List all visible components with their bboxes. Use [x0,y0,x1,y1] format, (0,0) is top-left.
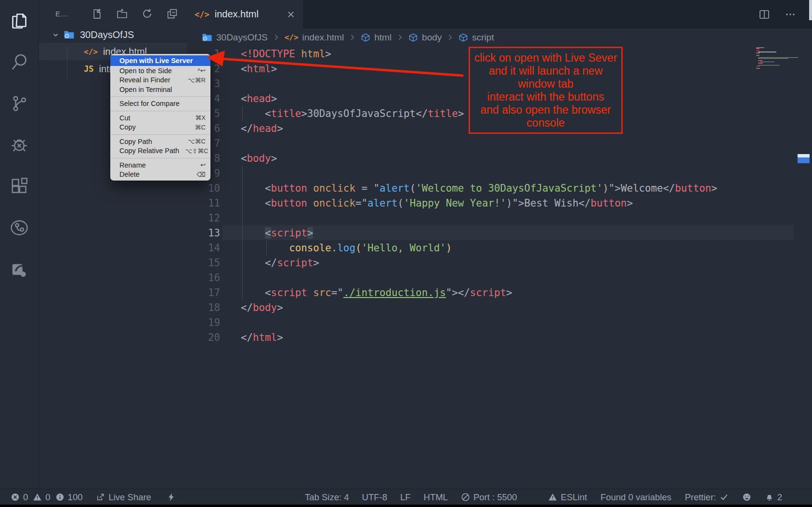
code-text: <html> [241,63,277,75]
menu-item-copy-path[interactable]: Copy Path ⌥⌘C [110,137,210,146]
status-prettier[interactable]: Prettier: [685,492,729,503]
symbol-cube-icon [458,33,468,42]
editor-actions [758,0,797,28]
menu-item-select-for-compare[interactable]: Select for Compare [110,99,210,109]
status-feedback[interactable] [742,493,751,502]
menu-item-open-with-live-server[interactable]: Open with Live Server [110,55,210,66]
status-problems-info[interactable]: 100 [55,492,83,503]
breadcrumb-index-html[interactable]: </>index.html [285,32,344,43]
menu-item-delete[interactable]: Delete ⌫ [110,170,210,180]
warning-icon [548,493,557,502]
breadcrumb-script[interactable]: script [458,32,494,43]
breadcrumb-label: index.html [302,32,344,43]
activity-run-debug[interactable] [0,124,39,166]
menu-item-label: Select for Compare [119,100,180,107]
breadcrumb-30daysofjs[interactable]: 30DaysOfJS [201,32,268,43]
refresh-button[interactable] [141,8,153,20]
menu-item-label: Copy Relative Path [119,147,179,155]
breadcrumb-html[interactable]: html [361,32,392,43]
activity-search[interactable] [0,41,39,83]
annotation-box: click on open with Live Severand it will… [469,47,623,134]
activity-share[interactable] [0,248,39,290]
breadcrumb-label: script [472,32,494,43]
menu-item-label: Rename [119,161,146,169]
collapse-icon [166,8,178,20]
menu-item-label: Open with Live Server [119,57,193,65]
code-text: <title>30DaysOfJavaScript</title> [241,108,464,119]
status-warnings[interactable]: 0 [33,492,50,503]
status-tab-size[interactable]: Tab Size: 4 [305,492,349,503]
symbol-cube-icon [408,33,418,42]
code-text: </body> [241,302,283,313]
status-eol[interactable]: LF [400,492,411,503]
code-line: 17 <script src="./introduction.js"></scr… [187,285,812,300]
minimap[interactable] [756,47,802,69]
status-language-mode[interactable]: HTML [424,492,448,503]
new-folder-button[interactable] [116,8,128,20]
new-file-button[interactable] [91,8,103,20]
annotation-text: window tab [470,78,621,91]
slash-circle-icon [461,493,470,502]
activity-source-control[interactable] [0,83,39,124]
code-line: 11 <button onclick="alert('Happy New Yea… [187,195,812,210]
code-line: 7 [187,136,812,151]
menu-item-shortcut: ⌘X [195,114,206,121]
code-line: 13 <script> [187,225,812,240]
status-port[interactable]: Port : 5500 [461,492,517,503]
status-label: Port : 5500 [473,492,517,503]
more-actions-icon[interactable] [784,8,797,21]
menu-item-open-in-terminal[interactable]: Open in Terminal [110,85,210,94]
export-sm-icon [96,493,105,502]
breadcrumb-body[interactable]: body [408,32,442,43]
annotation-text: click on open with Live Sever [470,52,621,65]
extensions-icon [9,176,29,196]
status-quick-action[interactable] [167,493,176,502]
code-text: <!DOCTYPE html> [241,48,331,60]
status-variables[interactable]: Found 0 variables [601,492,671,503]
menu-item-copy[interactable]: Copy ⌘C [110,123,210,132]
activity-live-share[interactable] [0,207,39,248]
activity-extensions[interactable] [0,166,39,207]
line-number: 12 [187,212,220,224]
menu-item-rename[interactable]: Rename ↩ [110,160,210,170]
menu-item-reveal-in-finder[interactable]: Reveal in Finder ⌥⌘R [110,76,210,85]
status-encoding[interactable]: UTF-8 [362,492,387,503]
menu-item-open-to-the-side[interactable]: Open to the Side ^↩ [110,66,210,76]
minimap-line [758,60,762,61]
collapse-all-button[interactable] [166,8,178,20]
status-eslint[interactable]: ESLint [548,492,587,503]
menu-item-copy-relative-path[interactable]: Copy Relative Path ⌥⇧⌘C [110,146,210,156]
overview-ruler-marker [798,157,810,163]
minimap-line [756,52,760,53]
tab-index-html[interactable]: </> index.html [187,0,303,28]
minimap-line [756,48,760,49]
status-live-share[interactable]: Live Share [96,492,151,503]
menu-item-label: Open in Terminal [119,86,172,93]
explorer-header: E… [39,0,187,20]
error-icon [11,493,20,502]
menu-item-shortcut: ⌥⇧⌘C [185,147,208,155]
new-file-icon [91,8,103,20]
status-label: Found 0 variables [601,492,671,503]
close-icon[interactable] [287,10,295,19]
status-notifications[interactable]: 2 [765,492,782,503]
annotation-text: console [470,117,621,130]
status-label: ESLint [561,492,587,503]
folder-row-30daysofjs[interactable]: 30DaysOfJS [39,26,187,43]
warning-icon [33,493,42,502]
smiley-icon [742,493,751,502]
chevron-right-icon [446,33,454,41]
line-number: 10 [187,182,220,194]
export-icon [9,259,29,279]
status-errors[interactable]: 0 [11,492,28,503]
split-editor-icon[interactable] [758,8,771,21]
code-line: 8 <body> [187,151,812,166]
bell-icon [765,493,774,502]
menu-item-cut[interactable]: Cut ⌘X [110,113,210,123]
tab-label: index.html [215,9,259,20]
line-number: 18 [187,302,220,313]
code-text: <script src="./introduction.js"></script… [241,287,512,299]
code-text: <button onclick="alert('Happy New Year!'… [241,197,633,209]
activity-explorer[interactable] [0,0,39,41]
code-line: 12 [187,210,812,225]
